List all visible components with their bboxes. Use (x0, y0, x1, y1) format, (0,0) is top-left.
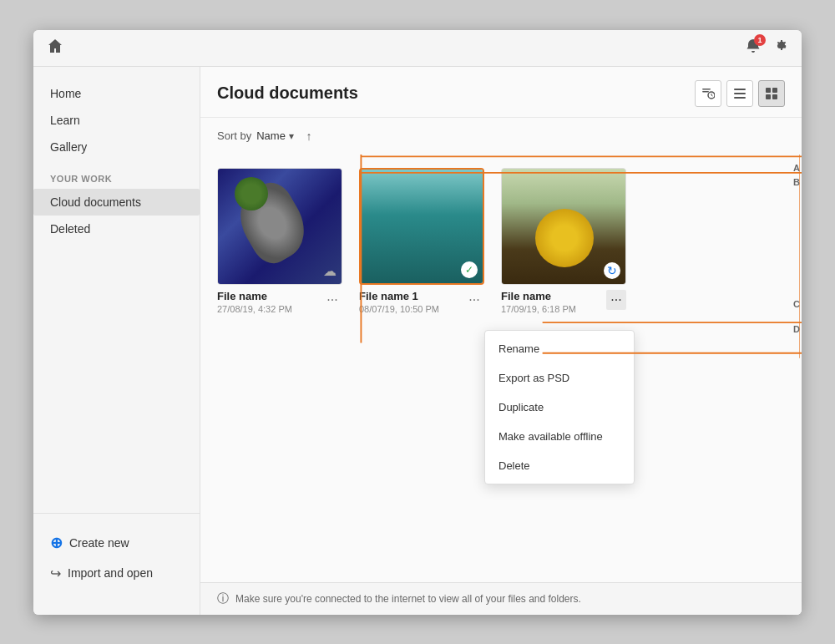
topbar-right: 1 (745, 38, 788, 58)
chevron-down-icon: ▾ (289, 130, 294, 142)
sidebar-section-your-work: YOUR WORK (33, 160, 200, 189)
svg-rect-7 (772, 88, 777, 93)
file-name-3: File name (501, 290, 606, 302)
import-open-label: Import and open (68, 566, 153, 580)
file-menu-button-2[interactable]: ··· (464, 290, 484, 310)
sort-dropdown[interactable]: Name ▾ (256, 129, 294, 142)
panel-title: Cloud documents (217, 84, 358, 103)
cloud-sync-icon-1: ☁ (323, 263, 337, 279)
list-view-button[interactable] (726, 80, 753, 107)
file-name-1: File name (217, 290, 322, 302)
recent-files-button[interactable] (695, 80, 721, 107)
file-thumb-3: ↻ (501, 168, 626, 285)
sidebar: Home Learn Gallery YOUR WORK Cloud docum… (33, 67, 200, 615)
context-menu-delete[interactable]: Delete (485, 451, 634, 480)
info-icon: ⓘ (217, 591, 229, 606)
plus-icon: ⊕ (50, 534, 63, 552)
file-menu-button-1[interactable]: ··· (322, 290, 342, 310)
file-menu-button-3[interactable]: ··· (606, 290, 626, 310)
sidebar-item-gallery[interactable]: Gallery (33, 134, 200, 160)
notification-badge: 1 (754, 34, 766, 46)
file-thumb-2: ✓ (359, 168, 484, 285)
file-meta-1: File name 27/08/19, 4:32 PM (217, 290, 322, 314)
synced-icon-2: ✓ (461, 261, 478, 278)
file-meta-2: File name 1 08/07/19, 10:50 PM (359, 290, 464, 314)
import-open-button[interactable]: ↪ Import and open (33, 559, 200, 588)
file-info-1: File name 27/08/19, 4:32 PM ··· (217, 285, 342, 314)
status-message: Make sure you're connected to the intern… (235, 593, 581, 605)
panel-header: Cloud documents (200, 67, 802, 118)
topbar-left (47, 38, 63, 58)
sidebar-bottom: ⊕ Create new ↪ Import and open (33, 513, 200, 601)
file-name-2: File name 1 (359, 290, 464, 302)
sidebar-item-cloud-documents[interactable]: Cloud documents (33, 189, 200, 216)
right-panel: Cloud documents (200, 67, 802, 615)
file-thumb-1: ☁ (217, 168, 342, 285)
create-new-label: Create new (69, 536, 129, 550)
annotation-c: C (793, 299, 800, 309)
import-icon: ↪ (50, 565, 61, 581)
svg-rect-8 (766, 94, 771, 99)
context-menu: Rename Export as PSD Duplicate Make avai… (484, 330, 635, 484)
file-meta-3: File name 17/09/19, 6:18 PM (501, 290, 606, 314)
file-date-3: 17/09/19, 6:18 PM (501, 304, 606, 314)
context-menu-make-offline[interactable]: Make available offline (485, 422, 634, 451)
svg-rect-1 (702, 91, 709, 93)
main-window: 1 Home Learn Gallery YOUR WORK Cloud doc… (33, 30, 802, 615)
sidebar-item-deleted[interactable]: Deleted (33, 216, 200, 242)
sidebar-item-learn[interactable]: Learn (33, 107, 200, 134)
svg-rect-4 (734, 93, 746, 94)
sidebar-nav: Home Learn Gallery YOUR WORK Cloud docum… (33, 80, 200, 513)
svg-rect-6 (766, 88, 771, 93)
context-menu-rename[interactable]: Rename (485, 334, 634, 363)
file-card-2[interactable]: ✓ File name 1 08/07/19, 10:50 PM ··· (359, 168, 484, 569)
sort-value: Name (256, 129, 286, 142)
file-card-1[interactable]: ☁ File name 27/08/19, 4:32 PM ··· (217, 168, 342, 569)
topbar: 1 (33, 30, 802, 67)
annotation-a: A (793, 163, 800, 173)
svg-rect-0 (702, 89, 711, 90)
context-menu-export-psd[interactable]: Export as PSD (485, 363, 634, 393)
main-content: Home Learn Gallery YOUR WORK Cloud docum… (33, 67, 802, 615)
svg-rect-5 (734, 97, 746, 99)
annotation-b: B (793, 177, 800, 187)
panel-toolbar (695, 80, 785, 107)
grid-view-button[interactable] (758, 80, 785, 107)
sort-by-label: Sort by (217, 129, 251, 142)
create-new-button[interactable]: ⊕ Create new (33, 527, 200, 559)
notification-icon[interactable]: 1 (745, 38, 762, 58)
svg-rect-9 (772, 94, 777, 99)
file-date-1: 27/08/19, 4:32 PM (217, 304, 322, 314)
file-date-2: 08/07/19, 10:50 PM (359, 304, 464, 314)
file-grid: ☁ File name 27/08/19, 4:32 PM ··· ✓ (200, 155, 802, 582)
annotation-d: D (793, 324, 800, 334)
context-menu-duplicate[interactable]: Duplicate (485, 393, 634, 422)
file-info-3: File name 17/09/19, 6:18 PM ··· (501, 285, 626, 314)
file-info-2: File name 1 08/07/19, 10:50 PM ··· (359, 285, 484, 314)
home-icon[interactable] (47, 38, 63, 58)
syncing-icon-3: ↻ (604, 262, 620, 279)
settings-icon[interactable] (772, 38, 788, 58)
sidebar-item-home[interactable]: Home (33, 80, 200, 107)
sort-bar: Sort by Name ▾ ↑ (200, 118, 802, 155)
sort-direction-button[interactable]: ↑ (299, 126, 319, 146)
status-bar: ⓘ Make sure you're connected to the inte… (200, 582, 802, 615)
svg-rect-3 (734, 89, 746, 90)
